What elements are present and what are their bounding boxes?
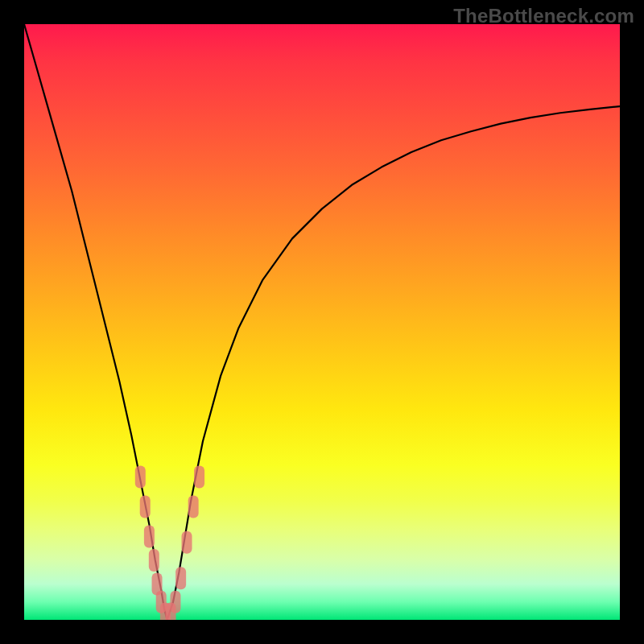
curve-marker — [175, 567, 186, 589]
curve-marker — [194, 465, 204, 488]
curve-marker — [135, 465, 146, 488]
curve-marker — [160, 603, 171, 620]
curve-marker — [140, 495, 151, 518]
plot-area — [24, 24, 620, 620]
chart-svg — [24, 24, 620, 620]
curve-marker — [149, 549, 159, 572]
curve-marker — [166, 603, 176, 620]
bottleneck-curve — [24, 24, 620, 620]
marker-group — [135, 465, 204, 620]
curve-marker — [152, 573, 163, 596]
curve-marker — [156, 591, 167, 613]
watermark-text: TheBottleneck.com — [453, 5, 634, 27]
curve-marker — [170, 591, 180, 613]
curve-marker — [182, 531, 192, 554]
chart-frame: TheBottleneck.com — [0, 0, 644, 644]
curve-marker — [144, 525, 155, 547]
curve-marker — [188, 495, 199, 518]
